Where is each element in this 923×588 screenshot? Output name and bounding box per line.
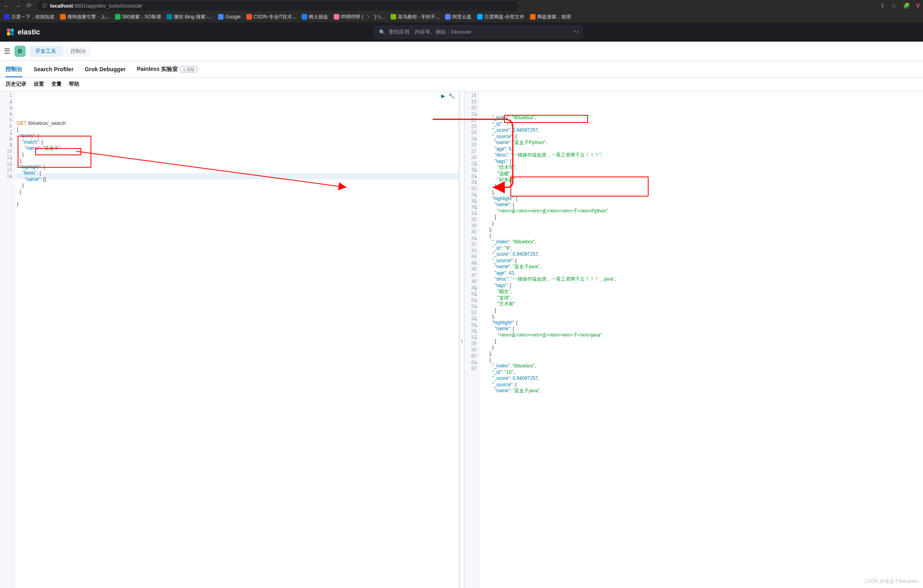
bookmark-item[interactable]: 稀土掘金: [302, 14, 328, 20]
bookmark-item[interactable]: CSDN-专业IT技术...: [246, 14, 296, 20]
request-pane[interactable]: 12▾3▾4▾567▴8▾9▾1011▴12▴1314▴ GET itblueb…: [0, 91, 459, 588]
bookmark-label: 哔哩哔哩 (゜-゜)つ...: [341, 14, 385, 20]
code-line: ]: [480, 338, 923, 345]
code-line: "_source": {: [480, 258, 923, 264]
favicon: [391, 14, 396, 20]
code-line: "name": [: [480, 202, 923, 208]
url-path: :5601/app/dev_tools#/console: [73, 3, 142, 9]
code-line: "name": "蓝盒子java",: [480, 388, 923, 394]
code-line: "desc": "一顿操作猛如虎，一看工资两千五！！！",: [480, 152, 923, 159]
bookmark-item[interactable]: 网盘搜索，就用: [530, 14, 571, 20]
play-icon[interactable]: ▶: [441, 93, 445, 99]
bookmark-item[interactable]: 哔哩哔哩 (゜-゜)つ...: [334, 14, 385, 20]
code-line: "tags": [: [480, 283, 923, 289]
favicon: [445, 14, 451, 20]
tab-grok-debugger[interactable]: Grok Debugger: [85, 62, 126, 76]
tab-search-profiler[interactable]: Search Profiler: [34, 62, 74, 76]
bookmark-item[interactable]: 阿里云盘: [445, 14, 472, 20]
favicon: [4, 14, 10, 20]
topbar: ☰ D 开发工具 控制台: [0, 42, 923, 61]
elastic-logo[interactable]: elastic: [6, 27, 40, 37]
bookmark-label: 微软 Bing 搜索 -...: [174, 14, 212, 20]
response-code: "_index": "itbluebox", "_id": "7", "_sco…: [480, 91, 923, 588]
bookmark-item[interactable]: 搜狗搜索引擎 - 上...: [60, 14, 109, 20]
wrench-icon[interactable]: 🔧: [448, 93, 455, 99]
editor-row: 12▾3▾4▾567▴8▾9▾1011▴12▴1314▴ GET itblueb…: [0, 91, 923, 588]
svg-point-2: [7, 32, 10, 36]
code-line: "_index": "itbluebox",: [480, 363, 923, 369]
bookmark-label: 阿里云盘: [452, 14, 472, 20]
menu-v-icon[interactable]: V: [916, 2, 920, 9]
code-line: "_score": 0.94097257,: [480, 375, 923, 382]
favicon: [302, 14, 307, 20]
forward-icon[interactable]: →: [15, 2, 21, 9]
pane-splitter[interactable]: ∥: [459, 91, 465, 588]
code-line: },: [480, 313, 923, 320]
bookmark-label: 菜鸟教程 - 学的不...: [398, 14, 440, 20]
subtab-variables[interactable]: 变量: [51, 81, 62, 88]
code-line: },: [15, 158, 459, 164]
code-line: "highlight": {: [480, 320, 923, 326]
code-line: {: [480, 233, 923, 239]
code-line: "query": {: [15, 133, 459, 139]
code-line: "_source": {: [480, 382, 923, 388]
reload-icon[interactable]: ⟳: [26, 2, 32, 9]
console-subtabs: 历史记录 设置 变量 帮助: [0, 78, 923, 91]
extensions-icon[interactable]: 🧩: [903, 2, 910, 9]
code-line: [15, 195, 459, 201]
star-icon[interactable]: ☆: [891, 2, 897, 9]
share-icon[interactable]: ⇪: [880, 2, 885, 9]
code-line: "_source": {: [480, 134, 923, 140]
subtab-settings[interactable]: 设置: [34, 81, 44, 88]
subtab-help[interactable]: 帮助: [69, 81, 79, 88]
crumb-devtools[interactable]: 开发工具: [30, 46, 62, 57]
code-line: "_index": "itbluebox",: [480, 239, 923, 245]
bookmark-label: CSDN-专业IT技术...: [254, 14, 296, 20]
bookmark-item[interactable]: 百度一下，你就知道: [4, 14, 54, 20]
code-line: "<em>蓝</em><em>盒</em><em>子</em>java": [480, 332, 923, 339]
search-shortcut: ^ /: [574, 29, 578, 35]
svg-point-1: [10, 28, 14, 32]
code-line: }: [480, 221, 923, 227]
code-line: "靓女",: [480, 289, 923, 295]
favicon: [477, 14, 483, 20]
code-line: },: [480, 189, 923, 196]
favicon: [167, 14, 172, 20]
breadcrumb: 开发工具 控制台: [30, 46, 92, 57]
crumb-sep-icon: [62, 46, 65, 56]
tab-console[interactable]: 控制台: [6, 62, 22, 77]
code-line: "_index": "itbluebox",: [480, 115, 923, 121]
code-line: "match": {: [15, 139, 459, 146]
url-host: localhost: [50, 3, 73, 9]
favicon: [246, 14, 252, 20]
bookmark-item[interactable]: 360搜索，SO靠谱: [115, 14, 161, 20]
subtab-history[interactable]: 历史记录: [6, 81, 26, 88]
bookmark-label: 网盘搜索，就用: [537, 14, 571, 20]
app-search[interactable]: 🔍 查找应用、内容等。例如：Discover ^ /: [375, 26, 583, 38]
response-pane[interactable]: 18192021▾22232425▾26272829▴30▴31▾32▾3334…: [465, 91, 923, 588]
bookmark-item[interactable]: 菜鸟教程 - 学的不...: [391, 14, 440, 20]
crumb-console: 控制台: [65, 46, 92, 57]
code-line: "_id": "9",: [480, 245, 923, 252]
back-icon[interactable]: ←: [3, 2, 9, 9]
code-line: "name": "蓝盒子": [15, 145, 459, 152]
watermark: CSDN @蓝盒子itbluebox: [865, 578, 918, 585]
code-line: "name": {}: [15, 177, 459, 183]
code-line: "篮球",: [480, 295, 923, 301]
bookmark-label: 百度网盘-全部文件: [484, 14, 524, 20]
kibana-header: elastic 🔍 查找应用、内容等。例如：Discover ^ /: [0, 22, 923, 42]
code-line: "highlight": {: [15, 164, 459, 171]
tab-painless-lab[interactable]: Painless 实验室公测版: [137, 62, 197, 77]
code-line: "name": "蓝盒子Python",: [480, 140, 923, 146]
code-line: }: [15, 201, 459, 208]
request-code[interactable]: GET itbluebox/_search{ "query": { "match…: [15, 91, 459, 588]
bookmark-item[interactable]: Google: [218, 14, 241, 20]
bookmark-item[interactable]: 百度网盘-全部文件: [477, 14, 524, 20]
search-icon: 🔍: [379, 29, 385, 35]
address-bar[interactable]: ⓘ localhost:5601/app/dev_tools#/console: [37, 1, 518, 11]
space-badge[interactable]: D: [14, 46, 26, 57]
bookmark-label: 稀土掘金: [309, 14, 328, 20]
bookmark-item[interactable]: 微软 Bing 搜索 -...: [167, 14, 212, 20]
code-line: "好东西": [480, 177, 923, 183]
hamburger-icon[interactable]: ☰: [4, 47, 10, 56]
